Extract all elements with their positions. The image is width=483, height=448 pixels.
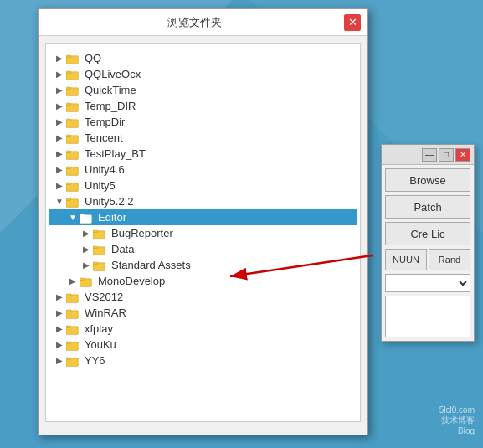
tree-item-monodevelop[interactable]: ▶ MonoDevelop: [49, 273, 357, 289]
tree-item-tencent[interactable]: ▶ Tencent: [49, 130, 357, 146]
item-label: Unity5.2.2: [85, 195, 134, 208]
folder-icon: [66, 196, 81, 208]
expand-arrow[interactable]: ▶: [53, 133, 66, 142]
expand-arrow[interactable]: ▶: [53, 165, 66, 174]
item-label: BugReporter: [111, 227, 173, 239]
tree-item-editor[interactable]: ▼ Editor: [49, 209, 357, 225]
nuun-button[interactable]: NUUN: [385, 249, 427, 270]
tree-item-xfplay[interactable]: ▶ xfplay: [49, 321, 357, 337]
expand-arrow[interactable]: ▶: [53, 292, 66, 301]
watermark: 5lcl0.com 技术博客 Blog: [439, 405, 475, 435]
item-label: Temp_DIR: [85, 100, 136, 112]
expand-arrow[interactable]: ▶: [53, 340, 66, 349]
expand-arrow[interactable]: ▶: [53, 101, 66, 111]
svg-rect-25: [93, 246, 98, 248]
tool-scroll-area[interactable]: [385, 296, 470, 337]
svg-rect-39: [66, 358, 71, 359]
item-label: Standard Assets: [111, 259, 191, 271]
patch-button[interactable]: Patch: [385, 195, 470, 219]
tree-item-unity5[interactable]: ▶ Unity5: [49, 178, 357, 193]
item-label: Tencent: [85, 131, 123, 144]
folder-icon: [66, 53, 81, 64]
expand-arrow[interactable]: ▶: [53, 117, 66, 126]
item-label: MonoDevelop: [98, 275, 165, 287]
expand-arrow[interactable]: ▶: [80, 260, 93, 270]
folder-icon: [66, 291, 81, 303]
svg-rect-21: [80, 214, 85, 216]
rand-button[interactable]: Rand: [429, 249, 470, 270]
tree-item-winrar[interactable]: ▶ WinRAR: [49, 305, 357, 321]
folder-icon: [66, 100, 81, 112]
minimize-button[interactable]: —: [422, 148, 437, 162]
expand-arrow[interactable]: ▶: [53, 308, 66, 317]
expand-arrow[interactable]: ▼: [53, 197, 66, 206]
expand-arrow[interactable]: ▼: [66, 213, 80, 222]
expand-arrow[interactable]: ▶: [53, 54, 66, 63]
folder-icon: [66, 148, 81, 160]
svg-rect-31: [66, 294, 71, 296]
watermark-subtitle: 技术博客: [439, 415, 475, 426]
svg-rect-3: [66, 71, 71, 73]
tree-item-quicktime[interactable]: ▶ QuickTime: [49, 82, 357, 98]
expand-arrow[interactable]: ▶: [80, 229, 93, 238]
tree-item-bugreporter[interactable]: ▶ BugReporter: [49, 225, 357, 241]
folder-icon: [93, 260, 108, 271]
folder-icon: [80, 275, 95, 287]
svg-rect-7: [66, 103, 71, 105]
tree-item-qqlivecx[interactable]: ▶ QQLiveOcx: [49, 66, 357, 82]
svg-rect-5: [66, 87, 71, 89]
svg-rect-29: [80, 278, 85, 280]
folder-icon: [93, 244, 108, 255]
tool-close-button[interactable]: ✕: [455, 148, 470, 162]
expand-arrow[interactable]: ▶: [66, 276, 80, 286]
item-label: YY6: [85, 354, 105, 367]
item-label: YouKu: [85, 338, 116, 351]
browser-close-button[interactable]: ✕: [344, 14, 361, 31]
browser-dialog: 浏览文件夹 ✕ ▶ QQ▶ QQLiveOcx▶ QuickTime▶ Temp…: [38, 8, 368, 435]
item-label: xfplay: [85, 322, 113, 335]
tool-select[interactable]: [385, 274, 470, 292]
tree-item-temp_dir[interactable]: ▶ Temp_DIR: [49, 98, 357, 114]
expand-arrow[interactable]: ▶: [53, 70, 66, 79]
browse-button[interactable]: Browse: [385, 168, 470, 192]
tree-item-yy6[interactable]: ▶ YY6: [49, 353, 357, 368]
svg-rect-33: [66, 310, 71, 312]
nuun-rand-row: NUUN Rand: [385, 249, 470, 270]
tree-item-standardassets[interactable]: ▶ Standard Assets: [49, 257, 357, 273]
tree-item-tempdir[interactable]: ▶ TempDir: [49, 114, 357, 130]
tree-item-unity5.2.2[interactable]: ▼ Unity5.2.2: [49, 193, 357, 209]
file-tree[interactable]: ▶ QQ▶ QQLiveOcx▶ QuickTime▶ Temp_DIR▶ Te…: [46, 44, 360, 421]
expand-arrow[interactable]: ▶: [53, 181, 66, 190]
expand-arrow[interactable]: ▶: [80, 245, 93, 254]
item-label: QQ: [85, 52, 101, 64]
folder-icon: [66, 180, 81, 192]
tree-item-unity4.6[interactable]: ▶ Unity4.6: [49, 162, 357, 178]
watermark-site: 5lcl0.com: [439, 405, 475, 415]
item-label: QuickTime: [85, 84, 136, 96]
svg-rect-13: [66, 151, 71, 152]
expand-arrow[interactable]: ▶: [53, 149, 66, 158]
folder-icon: [80, 212, 95, 224]
browser-title: 浏览文件夹: [45, 15, 344, 30]
svg-rect-11: [66, 135, 71, 136]
maximize-button[interactable]: □: [439, 148, 454, 162]
tree-item-qq[interactable]: ▶ QQ: [49, 50, 357, 66]
folder-icon: [66, 355, 81, 367]
tree-item-youku[interactable]: ▶ YouKu: [49, 337, 357, 353]
folder-icon: [93, 228, 108, 239]
expand-arrow[interactable]: ▶: [53, 356, 66, 365]
expand-arrow[interactable]: ▶: [53, 85, 66, 95]
folder-icon: [66, 307, 81, 319]
cre-lic-button[interactable]: Cre Lic: [385, 222, 470, 245]
tree-item-data[interactable]: ▶ Data: [49, 241, 357, 257]
folder-icon: [66, 164, 81, 176]
tree-item-vs2012[interactable]: ▶ VS2012: [49, 289, 357, 305]
svg-rect-27: [93, 262, 98, 264]
tree-item-testplay_bt[interactable]: ▶ TestPlay_BT: [49, 146, 357, 162]
item-label: VS2012: [85, 291, 123, 303]
svg-rect-1: [66, 55, 71, 57]
folder-icon: [66, 339, 81, 351]
browser-content: ▶ QQ▶ QQLiveOcx▶ QuickTime▶ Temp_DIR▶ Te…: [45, 43, 361, 422]
expand-arrow[interactable]: ▶: [53, 324, 66, 333]
svg-rect-37: [66, 342, 71, 343]
